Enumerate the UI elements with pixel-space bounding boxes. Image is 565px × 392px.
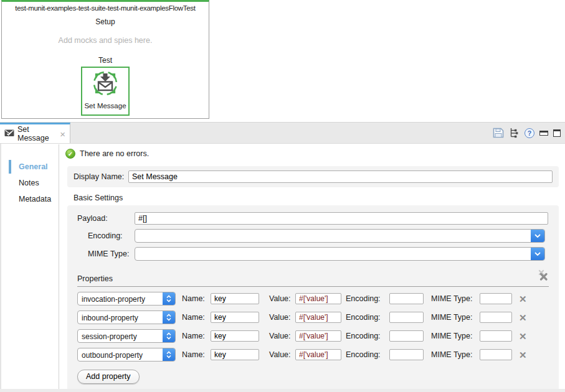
display-name-label: Display Name: (74, 172, 128, 181)
property-encoding-input[interactable] (389, 330, 424, 342)
property-name-input[interactable] (211, 312, 259, 323)
encoding-label: Encoding: (77, 231, 135, 240)
chevron-down-icon (531, 248, 544, 260)
sidebar-item-notes[interactable]: Notes (1, 175, 59, 191)
sidebar-item-label: Notes (19, 179, 39, 187)
property-row: invocation-property Name: Value: Encodin… (77, 292, 549, 306)
validation-status: ✓ There are no errors. (65, 149, 565, 159)
encoding-select-value (135, 230, 531, 242)
property-value-input[interactable] (295, 312, 341, 323)
minimize-icon[interactable] (539, 131, 548, 136)
delete-property-icon[interactable]: ✕ (519, 294, 527, 304)
maximize-icon[interactable] (553, 129, 561, 137)
property-row: outbound-property Name: Value: Encoding:… (77, 348, 549, 362)
property-mime-label: MIME Type: (431, 332, 480, 340)
property-scope-select[interactable]: inbound-property (77, 310, 176, 324)
property-value-label: Value: (269, 350, 295, 359)
sidebar-item-general[interactable]: General (1, 159, 59, 175)
active-tab-indicator (9, 160, 11, 174)
window-bottom-edge (0, 389, 565, 392)
properties-tab-bar: Set Message × ? (0, 122, 565, 144)
mime-type-select[interactable] (135, 247, 545, 261)
payload-row: Payload: (77, 212, 549, 225)
property-encoding-label: Encoding: (346, 294, 389, 303)
up-down-stepper-icon (163, 348, 175, 361)
setup-drop-hint[interactable]: Add mocks and spies here. (2, 36, 209, 45)
property-encoding-label: Encoding: (346, 313, 389, 322)
property-name-label: Name: (182, 350, 211, 359)
property-encoding-input[interactable] (389, 349, 424, 360)
scope-select-value: outbound-property (78, 348, 163, 361)
property-mime-label: MIME Type: (431, 313, 480, 322)
property-mime-label: MIME Type: (431, 350, 480, 359)
remove-all-properties-icon[interactable] (537, 269, 549, 283)
mime-type-label: MIME Type: (77, 250, 135, 258)
tab-set-message[interactable]: Set Message × (0, 123, 70, 143)
up-down-stepper-icon (163, 311, 175, 324)
properties-title: Properties (77, 274, 113, 283)
scope-select-value: invocation-property (78, 292, 163, 305)
property-value-input[interactable] (295, 330, 341, 342)
basic-settings-title: Basic Settings (74, 194, 565, 202)
property-name-label: Name: (182, 294, 211, 303)
encoding-row: Encoding: (77, 229, 549, 243)
properties-sidebar: General Notes Metadata (1, 144, 59, 389)
property-encoding-label: Encoding: (346, 332, 389, 340)
sidebar-item-label: General (19, 162, 48, 171)
view-toolbar: ? (493, 123, 565, 143)
sidebar-item-label: Metadata (19, 195, 51, 203)
success-check-icon: ✓ (65, 149, 75, 159)
property-mime-input[interactable] (480, 293, 512, 304)
property-value-label: Value: (269, 294, 295, 303)
general-panel: ✓ There are no errors. Display Name: Bas… (60, 144, 565, 389)
property-encoding-input[interactable] (389, 293, 424, 304)
property-encoding-input[interactable] (389, 312, 424, 323)
setup-scope-label: Setup (2, 17, 209, 26)
save-icon[interactable] (493, 128, 504, 138)
delete-property-icon[interactable]: ✕ (519, 313, 527, 322)
property-value-label: Value: (269, 332, 295, 340)
flow-tree-icon[interactable] (509, 128, 520, 138)
mime-type-row: MIME Type: (77, 247, 549, 261)
property-value-label: Value: (269, 313, 295, 322)
property-value-input[interactable] (295, 349, 341, 360)
properties-header: Properties (77, 269, 549, 287)
up-down-stepper-icon (163, 292, 175, 305)
property-mime-input[interactable] (480, 349, 512, 360)
delete-property-icon[interactable]: ✕ (519, 332, 527, 341)
property-name-input[interactable] (211, 349, 259, 360)
property-scope-select[interactable]: invocation-property (77, 292, 176, 306)
help-icon[interactable]: ? (525, 128, 534, 138)
display-name-input[interactable] (128, 170, 553, 183)
property-name-input[interactable] (211, 293, 259, 304)
property-row: session-property Name: Value: Encoding: … (77, 329, 549, 343)
status-message: There are no errors. (80, 149, 149, 158)
envelope-icon (4, 128, 14, 139)
flow-title: test-munit-examples-test-suite-test-muni… (2, 4, 209, 12)
payload-label: Payload: (77, 214, 135, 223)
encoding-select[interactable] (135, 229, 545, 243)
property-value-input[interactable] (295, 293, 341, 304)
scope-select-value: session-property (78, 330, 163, 342)
set-message-component[interactable]: Set Message (81, 67, 130, 116)
set-message-icon (90, 68, 121, 101)
delete-property-icon[interactable]: ✕ (519, 350, 527, 360)
scope-select-value: inbound-property (78, 311, 163, 324)
property-name-label: Name: (182, 332, 211, 340)
property-row: inbound-property Name: Value: Encoding: … (77, 310, 549, 324)
add-property-button[interactable]: Add property (77, 370, 140, 384)
payload-input[interactable] (135, 212, 548, 225)
sidebar-item-metadata[interactable]: Metadata (1, 191, 59, 207)
display-name-panel: Display Name: (67, 166, 559, 187)
property-scope-select[interactable]: outbound-property (77, 348, 176, 362)
property-mime-input[interactable] (480, 312, 512, 323)
tab-title: Set Message (17, 125, 55, 142)
chevron-down-icon (531, 230, 544, 242)
property-name-label: Name: (182, 313, 211, 322)
property-name-input[interactable] (211, 330, 259, 342)
property-mime-input[interactable] (480, 330, 512, 342)
basic-settings-panel: Payload: Encoding: MIME Type: Properti (67, 205, 559, 392)
tab-close-icon[interactable]: × (60, 129, 65, 139)
test-scope-label: Test (2, 56, 209, 65)
property-scope-select[interactable]: session-property (77, 329, 176, 343)
